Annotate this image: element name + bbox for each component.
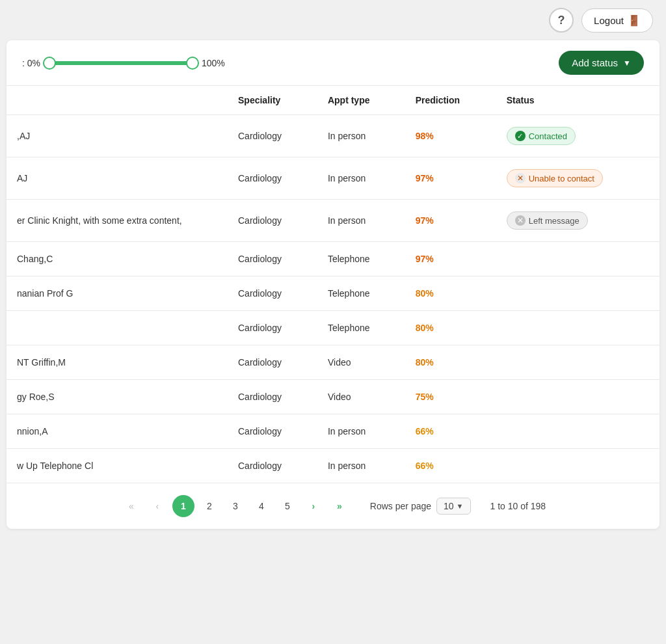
- table-row: er Clinic Knight, with some extra conten…: [7, 200, 659, 242]
- cell-appt-type: Video: [317, 345, 405, 380]
- cell-speciality: Cardiology: [228, 200, 317, 242]
- cell-name: w Up Telephone Cl: [7, 449, 228, 483]
- status-label: Left message: [529, 216, 579, 226]
- cell-prediction: 98%: [405, 115, 496, 157]
- cell-name: Chang,C: [7, 242, 228, 276]
- cell-status: ✕ Left message: [496, 200, 659, 242]
- status-label: Contacted: [529, 131, 567, 141]
- cell-appt-type: Telephone: [317, 276, 405, 311]
- status-badge-contacted[interactable]: ✓ Contacted: [507, 127, 576, 145]
- cell-appt-type: In person: [317, 200, 405, 242]
- table-row: nnion,ACardiologyIn person66%: [7, 414, 659, 449]
- cell-status: [496, 276, 659, 311]
- status-badge-left-message[interactable]: ✕ Left message: [507, 211, 588, 230]
- page-4-button[interactable]: 4: [250, 495, 273, 517]
- cell-speciality: Cardiology: [228, 115, 317, 157]
- status-badge-unable[interactable]: ✕ Unable to contact: [507, 169, 603, 187]
- cell-appt-type: In person: [317, 115, 405, 157]
- x-icon: ✕: [515, 215, 526, 226]
- cell-status: ✕ Unable to contact: [496, 157, 659, 200]
- cell-status: [496, 380, 659, 414]
- x-icon: ✕: [515, 173, 526, 183]
- rows-per-page-label: Rows per page: [370, 501, 431, 511]
- filter-bar: : 0% 100% Add status ▼: [7, 40, 659, 86]
- page-2-button[interactable]: 2: [198, 495, 220, 517]
- logout-label: Logout: [594, 15, 624, 26]
- cell-name: nanian Prof G: [7, 276, 228, 311]
- table-row: nanian Prof GCardiologyTelephone80%: [7, 276, 659, 311]
- cell-prediction: 75%: [405, 380, 496, 414]
- cell-status: [496, 449, 659, 483]
- add-status-button[interactable]: Add status ▼: [559, 51, 644, 75]
- cell-status: [496, 414, 659, 449]
- table-row: Chang,CCardiologyTelephone97%: [7, 242, 659, 276]
- cell-speciality: Cardiology: [228, 242, 317, 276]
- page-3-button[interactable]: 3: [224, 495, 246, 517]
- page-5-button[interactable]: 5: [276, 495, 299, 517]
- table-row: gy Roe,SCardiologyVideo75%: [7, 380, 659, 414]
- cell-name: nnion,A: [7, 414, 228, 449]
- pagination-bar: « ‹ 1 2 3 4 5 › » Rows per page 10 ▼ 1 t…: [7, 483, 659, 529]
- table-row: NT Griffin,MCardiologyVideo80%: [7, 345, 659, 380]
- cell-prediction: 80%: [405, 276, 496, 311]
- col-header-name: [7, 86, 228, 115]
- cell-prediction: 97%: [405, 242, 496, 276]
- range-thumb-right[interactable]: [186, 57, 199, 70]
- page-next-button[interactable]: ›: [302, 495, 325, 517]
- cell-speciality: Cardiology: [228, 449, 317, 483]
- cell-status: ✓ Contacted: [496, 115, 659, 157]
- page-prev-button[interactable]: ‹: [146, 495, 168, 517]
- cell-status: [496, 345, 659, 380]
- range-prefix-label: : 0%: [22, 58, 40, 68]
- cell-appt-type: In person: [317, 157, 405, 200]
- page-first-button[interactable]: «: [120, 495, 142, 517]
- page-1-button[interactable]: 1: [172, 495, 194, 517]
- cell-name: [7, 311, 228, 345]
- cell-name: er Clinic Knight, with some extra conten…: [7, 200, 228, 242]
- table-row: w Up Telephone ClCardiologyIn person66%: [7, 449, 659, 483]
- cell-speciality: Cardiology: [228, 345, 317, 380]
- col-header-appt-type: Appt type: [317, 86, 405, 115]
- check-icon: ✓: [515, 131, 526, 141]
- col-header-prediction: Prediction: [405, 86, 496, 115]
- range-thumb-left[interactable]: [43, 57, 56, 70]
- cell-appt-type: In person: [317, 414, 405, 449]
- data-table: Speciality Appt type Prediction Status ,…: [7, 86, 659, 483]
- col-header-speciality: Speciality: [228, 86, 317, 115]
- cell-prediction: 66%: [405, 449, 496, 483]
- cell-status: [496, 311, 659, 345]
- cell-name: gy Roe,S: [7, 380, 228, 414]
- cell-name: AJ: [7, 157, 228, 200]
- cell-speciality: Cardiology: [228, 311, 317, 345]
- cell-name: ,AJ: [7, 115, 228, 157]
- range-suffix-label: 100%: [202, 58, 225, 68]
- cell-prediction: 97%: [405, 157, 496, 200]
- table-header-row: Speciality Appt type Prediction Status: [7, 86, 659, 115]
- col-header-status: Status: [496, 86, 659, 115]
- cell-speciality: Cardiology: [228, 380, 317, 414]
- status-label: Unable to contact: [529, 174, 594, 183]
- dropdown-arrow-icon: ▼: [623, 59, 631, 68]
- cell-prediction: 66%: [405, 414, 496, 449]
- cell-speciality: Cardiology: [228, 276, 317, 311]
- cell-prediction: 97%: [405, 200, 496, 242]
- add-status-label: Add status: [572, 57, 618, 68]
- cell-appt-type: Telephone: [317, 242, 405, 276]
- logout-button[interactable]: Logout 🚪: [581, 8, 653, 33]
- main-container: : 0% 100% Add status ▼ Speciality Appt t…: [7, 40, 659, 529]
- cell-appt-type: In person: [317, 449, 405, 483]
- table-row: AJCardiologyIn person97% ✕ Unable to con…: [7, 157, 659, 200]
- help-button[interactable]: ?: [549, 8, 574, 33]
- total-count: 1 to 10 of 198: [490, 501, 546, 511]
- cell-name: NT Griffin,M: [7, 345, 228, 380]
- rows-per-page: Rows per page 10 ▼: [370, 498, 471, 515]
- cell-prediction: 80%: [405, 345, 496, 380]
- range-track[interactable]: [49, 61, 193, 65]
- table-row: CardiologyTelephone80%: [7, 311, 659, 345]
- range-container: : 0% 100%: [22, 58, 225, 68]
- rows-per-page-select[interactable]: 10 ▼: [436, 498, 470, 515]
- logout-icon: 🚪: [628, 14, 641, 27]
- cell-speciality: Cardiology: [228, 414, 317, 449]
- page-last-button[interactable]: »: [328, 495, 351, 517]
- cell-prediction: 80%: [405, 311, 496, 345]
